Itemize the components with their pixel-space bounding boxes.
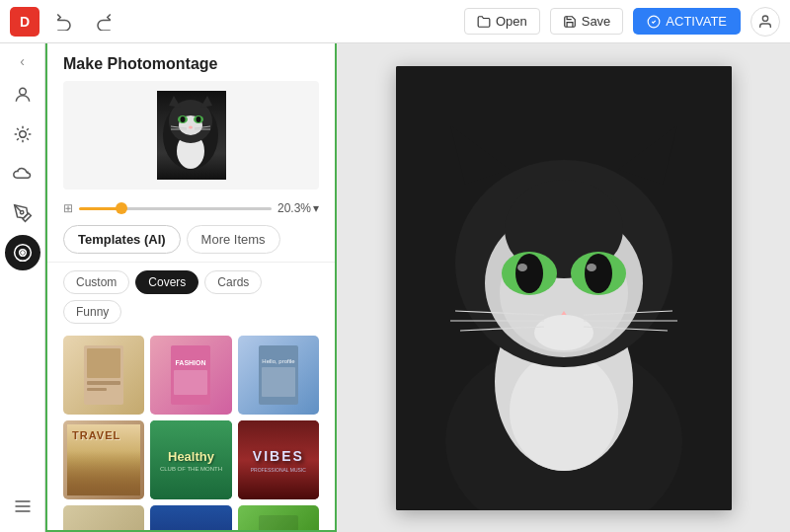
svg-point-6	[21, 252, 24, 255]
sidebar-icon-effects[interactable]	[5, 116, 40, 152]
app-logo[interactable]: D	[10, 7, 40, 37]
zoom-value: 20.3% ▾	[277, 201, 319, 215]
undo-button[interactable]	[49, 7, 79, 37]
open-label: Open	[496, 14, 527, 29]
tab-templates-ai[interactable]: Templates (AI)	[63, 225, 181, 254]
panel-title: Make Photomontage	[47, 43, 335, 81]
templates-grid: FASHION Hello, profile	[47, 332, 335, 530]
sidebar-icon-settings[interactable]	[5, 489, 40, 524]
panel: Make Photomontage	[45, 43, 337, 532]
save-label: Save	[582, 14, 611, 29]
svg-rect-32	[174, 370, 207, 395]
zoom-icon: ⊞	[63, 201, 73, 215]
svg-point-50	[515, 254, 543, 293]
main-area: ‹ Make Photomontage	[0, 43, 790, 532]
chip-cards[interactable]: Cards	[204, 270, 262, 294]
svg-rect-36	[259, 515, 298, 530]
chip-custom[interactable]: Custom	[63, 270, 129, 294]
open-button[interactable]: Open	[464, 8, 540, 35]
svg-point-41	[510, 352, 618, 471]
collapse-button[interactable]: ‹	[11, 49, 35, 73]
svg-point-4	[20, 211, 23, 214]
sidebar-icon-draw[interactable]	[5, 195, 40, 231]
svg-rect-27	[87, 381, 120, 385]
sidebar-icon-portrait[interactable]	[5, 77, 40, 113]
chip-funny[interactable]: Funny	[63, 300, 121, 324]
tab-bar: Templates (AI) More Items	[47, 225, 335, 263]
svg-marker-13	[169, 96, 181, 108]
template-item[interactable]: Celebrate	[238, 505, 319, 530]
svg-point-19	[197, 116, 201, 122]
canvas-area	[337, 43, 790, 532]
svg-point-18	[181, 116, 186, 122]
template-item[interactable]	[63, 336, 144, 415]
svg-rect-35	[262, 367, 295, 397]
zoom-dropdown-icon[interactable]: ▾	[313, 201, 319, 215]
save-button[interactable]: Save	[550, 8, 624, 35]
svg-point-3	[19, 131, 26, 138]
svg-point-2	[19, 88, 26, 95]
template-item[interactable]: Hello, profile	[238, 336, 319, 415]
svg-point-51	[585, 254, 612, 293]
svg-rect-26	[87, 348, 120, 378]
zoom-slider[interactable]	[79, 207, 272, 210]
tab-more-items[interactable]: More Items	[187, 225, 280, 254]
canvas-image	[396, 66, 732, 510]
activate-button[interactable]: ACTIVATE	[633, 8, 741, 35]
preview-image	[157, 91, 226, 180]
svg-point-52	[517, 264, 527, 271]
template-item[interactable]: Fitness 7 days	[150, 505, 231, 530]
zoom-bar: ⊞ 20.3% ▾	[47, 197, 335, 225]
svg-point-20	[189, 125, 193, 128]
svg-text:FASHION: FASHION	[176, 359, 206, 366]
icon-sidebar: ‹	[0, 43, 45, 532]
user-menu[interactable]	[750, 7, 780, 37]
template-item[interactable]: TRAVEL	[63, 420, 144, 499]
sidebar-icon-weather[interactable]	[5, 156, 40, 191]
svg-point-1	[762, 16, 767, 21]
svg-marker-14	[200, 96, 212, 108]
chip-covers[interactable]: Covers	[135, 270, 198, 294]
template-item[interactable]: FASHION	[150, 336, 231, 415]
svg-point-53	[587, 264, 596, 271]
template-item[interactable]: Out of city	[63, 505, 144, 530]
template-item[interactable]: VIBES PROFESSIONAL MUSIC	[238, 420, 319, 499]
topbar: D Open Save ACTIVATE	[0, 0, 790, 43]
image-preview	[63, 81, 319, 190]
activate-label: ACTIVATE	[666, 14, 727, 29]
svg-rect-28	[87, 388, 107, 391]
sidebar-icon-photomontage[interactable]	[5, 235, 40, 270]
redo-button[interactable]	[89, 7, 118, 37]
filter-chips: Custom Covers Cards Funny	[47, 263, 335, 332]
template-item[interactable]: Healthy CLUB OF THE MONTH	[150, 420, 231, 499]
svg-text:Hello, profile: Hello, profile	[262, 358, 295, 364]
